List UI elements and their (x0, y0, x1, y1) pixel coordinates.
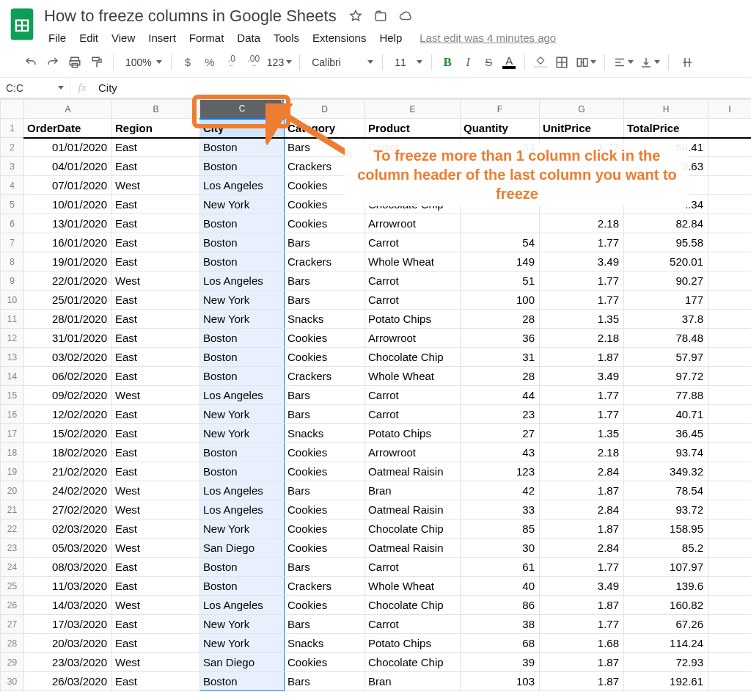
cell[interactable]: 520.01 (624, 252, 708, 271)
cell[interactable]: 23 (461, 405, 540, 424)
cell[interactable]: Boston (200, 157, 285, 176)
column-header-I[interactable]: I (708, 100, 752, 119)
menu-format[interactable]: Format (183, 29, 230, 47)
cell[interactable]: 2.18 (540, 329, 624, 348)
cell[interactable]: West (112, 653, 200, 672)
cell[interactable]: 07/01/2020 (24, 176, 112, 195)
cell[interactable]: East (112, 214, 200, 233)
borders-button[interactable] (552, 52, 572, 73)
cell[interactable]: West (112, 596, 200, 615)
cell[interactable]: West (112, 481, 200, 500)
cell[interactable]: West (112, 539, 200, 558)
cell[interactable]: Cookies (285, 348, 365, 367)
row-header[interactable]: 18 (1, 443, 24, 462)
cell[interactable]: 05/03/2020 (24, 539, 112, 558)
cell[interactable]: East (112, 310, 200, 329)
cell[interactable]: East (112, 291, 200, 310)
cell[interactable]: 10/01/2020 (24, 195, 112, 214)
cell[interactable]: West (112, 176, 200, 195)
cell[interactable]: Bran (365, 672, 461, 691)
cell[interactable]: Bars (285, 138, 365, 157)
cell[interactable]: 1.77 (540, 233, 624, 252)
cell[interactable]: Cookies (285, 596, 365, 615)
cell[interactable]: West (112, 386, 200, 405)
cell[interactable]: Boston (200, 138, 285, 157)
cell[interactable]: 20/03/2020 (24, 634, 112, 653)
cell[interactable]: Whole Wheat (365, 367, 461, 386)
cell[interactable]: 100 (461, 291, 540, 310)
menu-extensions[interactable]: Extensions (307, 29, 372, 47)
undo-button[interactable] (21, 52, 41, 73)
zoom-select[interactable]: 100% (120, 52, 165, 73)
row-header[interactable]: 3 (1, 157, 24, 176)
cell[interactable]: Cookies (285, 653, 365, 672)
text-wrap-button[interactable] (675, 52, 700, 73)
cell[interactable] (461, 214, 540, 233)
cell[interactable]: East (112, 519, 200, 539)
cell[interactable]: 51 (461, 271, 540, 291)
cell[interactable]: Bars (285, 672, 365, 691)
column-header-C[interactable]: C (200, 100, 285, 119)
cell[interactable]: 31 (461, 348, 540, 367)
cell[interactable]: 36 (461, 329, 540, 348)
cell[interactable]: Crackers (285, 577, 365, 596)
cell[interactable]: 12/02/2020 (24, 405, 112, 424)
cell[interactable]: 1.87 (540, 596, 624, 615)
cell[interactable]: Chocolate Chip (365, 653, 461, 672)
formula-input[interactable]: City (94, 81, 751, 94)
cell[interactable] (708, 348, 752, 367)
cell[interactable] (708, 195, 752, 214)
cell[interactable]: West (112, 500, 200, 519)
strikethrough-button[interactable]: S (479, 52, 498, 73)
cell[interactable]: New York (200, 424, 285, 443)
cell[interactable]: 2.18 (540, 443, 624, 462)
cell[interactable]: 149 (461, 252, 540, 271)
cell[interactable]: ..34 (624, 195, 708, 214)
cell[interactable]: Bars (285, 558, 365, 577)
column-header-A[interactable]: A (24, 100, 112, 119)
cell[interactable] (708, 291, 752, 310)
cell[interactable]: Arrowroot (365, 214, 461, 233)
cell[interactable] (708, 634, 752, 653)
cell[interactable]: Snacks (285, 310, 365, 329)
row-header[interactable]: 13 (1, 348, 24, 367)
cell[interactable]: Bars (285, 481, 365, 500)
cell[interactable]: 1.77 (540, 291, 624, 310)
spreadsheet-grid[interactable]: ABCDEFGHI 1OrderDateRegionCityCategoryPr… (0, 98, 751, 691)
cell[interactable]: 1.35 (540, 310, 624, 329)
cell[interactable]: Cookies (285, 195, 365, 214)
cell[interactable]: 15/02/2020 (24, 424, 112, 443)
cell[interactable]: Bars (285, 291, 365, 310)
cell[interactable]: Carrot (365, 233, 461, 252)
cell[interactable]: Cookies (285, 214, 365, 233)
cell[interactable]: 17/03/2020 (24, 615, 112, 634)
cell[interactable]: 78.48 (624, 329, 708, 348)
cell[interactable]: 09/02/2020 (24, 386, 112, 405)
cell[interactable]: East (112, 405, 200, 424)
cell[interactable]: 67.26 (624, 615, 708, 634)
column-header-D[interactable]: D (285, 100, 365, 119)
cell[interactable]: East (112, 233, 200, 252)
cell[interactable] (540, 157, 624, 176)
cell[interactable]: 58.41 (624, 138, 708, 157)
cell[interactable]: Cookies (285, 500, 365, 519)
more-formats-button[interactable]: 123 (265, 52, 293, 73)
cell[interactable]: 42 (461, 481, 540, 500)
cell[interactable]: 01/01/2020 (24, 138, 112, 157)
cell[interactable]: Cookies (285, 462, 365, 481)
cell[interactable]: 139.6 (624, 577, 708, 596)
cell[interactable]: Whole Wheat (365, 577, 461, 596)
cell[interactable]: Crackers (285, 157, 365, 176)
cell[interactable]: 95.58 (624, 233, 708, 252)
cell[interactable]: East (112, 329, 200, 348)
cell[interactable]: Bars (285, 233, 365, 252)
cell[interactable]: New York (200, 310, 285, 329)
format-currency-button[interactable]: $ (177, 52, 198, 73)
cell[interactable] (708, 386, 752, 405)
cell[interactable]: Boston (200, 233, 285, 252)
cell[interactable]: 349.32 (624, 462, 708, 481)
cell[interactable]: Snacks (285, 424, 365, 443)
cell[interactable]: 3.49 (540, 252, 624, 271)
cell[interactable]: East (112, 424, 200, 443)
cell[interactable]: 1.68 (540, 634, 624, 653)
